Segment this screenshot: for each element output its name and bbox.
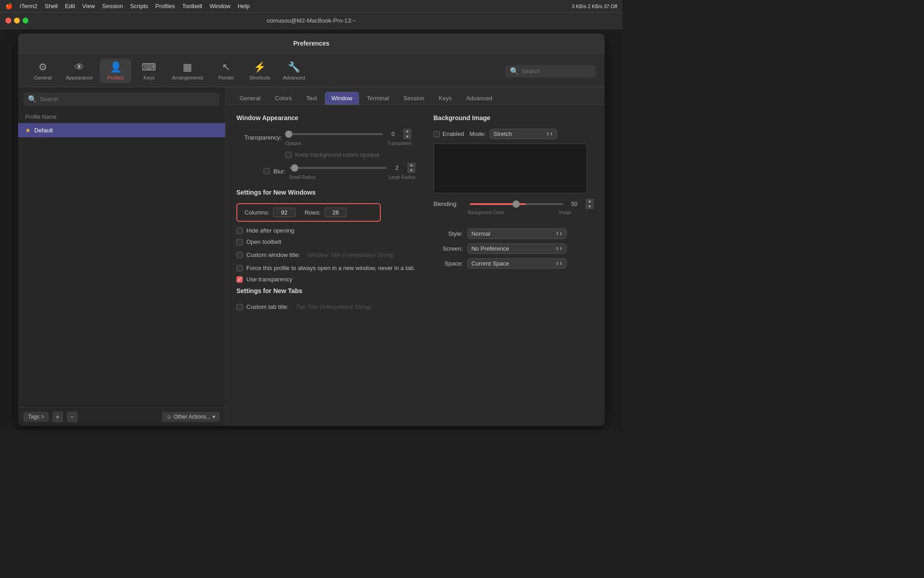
sidebar-footer: Tags > + − ☺ Other Actions... ▾ <box>18 407 225 426</box>
close-button[interactable] <box>5 18 11 23</box>
transparency-slider-row: 0 ▲ ▼ <box>285 129 411 139</box>
remove-profile-button[interactable]: − <box>67 411 78 422</box>
blending-label: Blending: <box>434 200 465 207</box>
toolbar-search[interactable]: 🔍 <box>505 65 596 77</box>
blending-step-down[interactable]: ▼ <box>586 204 594 209</box>
force-new-window-row: Force this profile to always open in a n… <box>236 265 416 271</box>
blending-step-up[interactable]: ▲ <box>586 199 594 204</box>
profile-default-name: Default <box>34 127 53 134</box>
transparency-slider[interactable] <box>285 133 383 135</box>
menubar-right-info: 3 KB/s 2 KB/s 37 Off <box>572 4 617 9</box>
blur-step-up[interactable]: ▲ <box>407 163 416 168</box>
custom-window-title-checkbox[interactable] <box>236 252 243 258</box>
blur-slider[interactable] <box>289 167 387 169</box>
subtab-text[interactable]: Text <box>300 92 324 105</box>
other-actions-button[interactable]: ☺ Other Actions... ▾ <box>162 412 220 422</box>
open-toolbelt-checkbox[interactable] <box>236 239 243 245</box>
subtab-general[interactable]: General <box>233 92 267 105</box>
menu-window[interactable]: Window <box>209 3 230 9</box>
minimize-button[interactable] <box>14 18 20 23</box>
menu-edit[interactable]: Edit <box>65 3 75 9</box>
custom-tab-title-row: Custom tab title: Tab Title (Interpolate… <box>236 302 416 312</box>
menu-shell[interactable]: Shell <box>45 3 58 9</box>
custom-window-title-label: Custom window title: <box>246 252 300 258</box>
transparency-value: 0 <box>386 131 400 137</box>
menu-help[interactable]: Help <box>238 3 250 9</box>
sidebar-search-input[interactable] <box>40 96 215 103</box>
blur-stepper[interactable]: ▲ ▼ <box>407 163 416 173</box>
menu-iterm2[interactable]: iTerm2 <box>20 3 37 9</box>
blur-label: Blur: <box>273 168 286 175</box>
rows-input[interactable] <box>324 208 347 217</box>
maximize-button[interactable] <box>23 18 28 23</box>
space-dropdown[interactable]: Current Space ⬆⬇ <box>467 258 567 269</box>
blur-step-down[interactable]: ▼ <box>407 168 416 173</box>
profile-default[interactable]: ★ Default <box>18 123 225 137</box>
custom-tab-title-label: Custom tab title: <box>246 303 289 310</box>
style-value: Normal <box>471 230 553 237</box>
subtab-window[interactable]: Window <box>325 92 359 105</box>
custom-tab-title-checkbox[interactable] <box>236 304 243 310</box>
hide-after-opening-checkbox[interactable] <box>236 228 243 234</box>
default-star-icon: ★ <box>25 127 31 134</box>
toolbar-appearance[interactable]: 👁 Appearance <box>60 59 98 83</box>
sidebar-search-container[interactable]: 🔍 <box>23 93 220 106</box>
profiles-icon: 👤 <box>110 61 122 73</box>
bg-enabled-checkbox[interactable] <box>434 131 440 137</box>
transparency-stepper[interactable]: ▲ ▼ <box>403 129 411 139</box>
transparency-step-down[interactable]: ▼ <box>403 134 411 139</box>
bg-mode-dropdown[interactable]: Stretch ⬆⬇ <box>490 129 557 139</box>
tab-title-placeholder[interactable]: Tab Title (Interpolated String) <box>292 302 416 312</box>
menu-session[interactable]: Session <box>102 3 123 9</box>
toolbar-keys[interactable]: ⌨ Keys <box>133 59 165 83</box>
force-new-window-checkbox[interactable] <box>236 265 243 271</box>
subtab-terminal[interactable]: Terminal <box>360 92 396 105</box>
toolbar-arrangements-label: Arrangements <box>172 75 203 80</box>
subtab-colors[interactable]: Colors <box>268 92 299 105</box>
transparency-step-up[interactable]: ▲ <box>403 129 411 134</box>
columns-input[interactable] <box>273 208 296 217</box>
toolbar-pointer[interactable]: ↖ Pointer <box>210 59 242 83</box>
toolbar-arrangements[interactable]: ▦ Arrangements <box>166 59 208 83</box>
toolbar-general-label: General <box>34 75 51 80</box>
open-toolbelt-label: Open toolbelt <box>246 238 281 245</box>
advanced-icon: 🔧 <box>288 61 300 73</box>
screen-dropdown[interactable]: No Preference ⬆⬇ <box>467 243 567 254</box>
blending-slider[interactable] <box>470 203 563 205</box>
transparency-row: Transparency: 0 ▲ ▼ <box>236 129 416 146</box>
menu-scripts[interactable]: Scripts <box>130 3 148 9</box>
subtab-session[interactable]: Session <box>397 92 431 105</box>
toolbar-search-input[interactable] <box>522 68 591 75</box>
toolbar-general[interactable]: ⚙ General <box>27 59 59 83</box>
prefs-title: Preferences <box>293 40 329 47</box>
screen-row: Screen: No Preference ⬆⬇ <box>434 243 594 254</box>
keep-bg-opaque-checkbox[interactable] <box>285 152 291 158</box>
subtab-keys[interactable]: Keys <box>432 92 458 105</box>
preferences-window: Preferences ⚙ General 👁 Appearance 👤 Pro… <box>18 33 605 426</box>
add-profile-button[interactable]: + <box>52 411 63 422</box>
apple-menu-icon[interactable]: 🍎 <box>5 3 13 9</box>
toolbar-shortcuts[interactable]: ⚡ Shortcuts <box>244 59 275 83</box>
bg-enabled-label: Enabled <box>443 131 464 137</box>
blur-max-label: Large Radius <box>388 175 415 180</box>
menu-toolbelt[interactable]: Toolbelt <box>182 3 203 9</box>
tags-button[interactable]: Tags > <box>23 412 49 422</box>
new-windows-title: Settings for New Windows <box>236 189 416 196</box>
toolbar: ⚙ General 👁 Appearance 👤 Profiles ⌨ Keys… <box>18 53 605 87</box>
toolbar-keys-label: Keys <box>143 75 154 80</box>
columns-rows-box: Columns: Rows: <box>236 203 381 222</box>
menubar: 🍎 iTerm2 Shell Edit View Session Scripts… <box>0 0 623 13</box>
subtab-advanced[interactable]: Advanced <box>459 92 499 105</box>
menu-profiles[interactable]: Profiles <box>155 3 175 9</box>
rows-label: Rows: <box>305 209 321 216</box>
window-title-placeholder[interactable]: Window Title (Interpolated String) <box>304 250 416 260</box>
menu-view[interactable]: View <box>82 3 95 9</box>
style-dropdown[interactable]: Normal ⬆⬇ <box>467 228 567 239</box>
toolbar-pointer-label: Pointer <box>218 75 234 80</box>
transparency-label: Transparency: <box>236 134 282 141</box>
toolbar-profiles[interactable]: 👤 Profiles <box>100 59 131 83</box>
blur-checkbox[interactable] <box>263 168 270 174</box>
blending-stepper[interactable]: ▲ ▼ <box>586 199 594 209</box>
use-transparency-checkbox[interactable]: ✓ <box>236 276 243 283</box>
toolbar-advanced[interactable]: 🔧 Advanced <box>277 59 310 83</box>
